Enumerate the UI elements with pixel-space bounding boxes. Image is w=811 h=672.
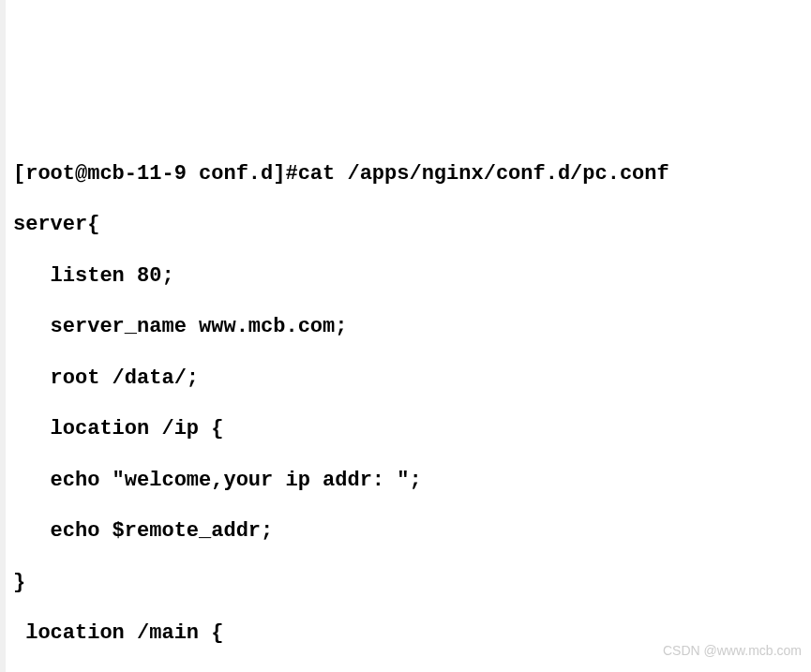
config-line: location /ip { — [13, 416, 807, 441]
config-line: listen 80; — [13, 263, 807, 289]
config-line: root /data/; — [13, 366, 807, 391]
config-line: echo "welcome,your ip addr: "; — [13, 468, 807, 493]
config-line: echo $remote_addr; — [13, 518, 807, 544]
config-line: server{ — [13, 212, 807, 237]
prompt-line-1: [root@mcb-11-9 conf.d]#cat /apps/nginx/c… — [13, 161, 807, 187]
config-line: server_name www.mcb.com; — [13, 314, 807, 339]
watermark-text: CSDN @www.mcb.com — [663, 643, 802, 659]
config-line: } — [13, 570, 807, 595]
left-strip — [0, 0, 6, 672]
